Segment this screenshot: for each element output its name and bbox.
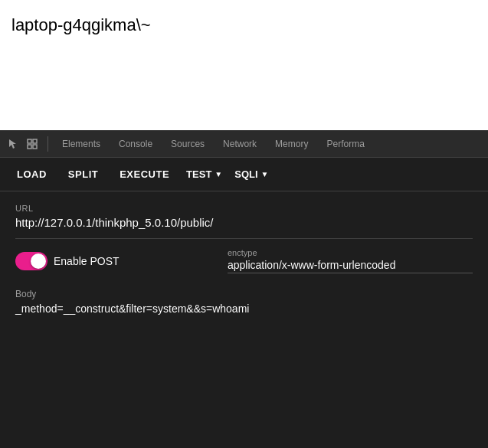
divider-1 (15, 238, 473, 239)
body-section: Body _method=__construct&filter=system&&… (15, 289, 473, 315)
body-value[interactable]: _method=__construct&filter=system&&s=who… (15, 302, 473, 315)
svg-rect-2 (28, 145, 31, 149)
tab-network[interactable]: Network (214, 130, 266, 158)
devtools-panel: Elements Console Sources Network Memory … (0, 130, 488, 448)
svg-rect-1 (33, 139, 37, 143)
tab-console[interactable]: Console (110, 130, 162, 158)
tab-sources[interactable]: Sources (162, 130, 214, 158)
sqli-button[interactable]: SQLI ▼ (234, 168, 268, 180)
svg-rect-0 (28, 139, 31, 143)
tab-elements[interactable]: Elements (53, 130, 110, 158)
cursor-icon[interactable] (6, 136, 21, 152)
sqli-arrow-icon: ▼ (261, 170, 269, 178)
test-label: TEST (186, 168, 211, 180)
enctype-value[interactable]: application/x-www-form-urlencoded (228, 259, 473, 273)
sqli-label: SQLI (234, 168, 257, 180)
toggle-area: Enable POST (15, 252, 120, 270)
enctype-label: enctype (228, 248, 257, 257)
toggle-knob (31, 253, 46, 269)
split-button[interactable]: SPLIT (64, 165, 103, 183)
load-button[interactable]: LOAD (12, 165, 51, 183)
devtools-toolbar: Elements Console Sources Network Memory … (0, 130, 488, 158)
enctype-area: enctype application/x-www-form-urlencode… (228, 248, 473, 273)
browser-text: laptop-g4qgikma\~ (11, 15, 151, 35)
enable-post-toggle-container: Enable POST (15, 252, 120, 270)
box-icon[interactable] (25, 136, 40, 152)
enable-post-label: Enable POST (54, 255, 120, 267)
toolbar-separator (47, 136, 48, 152)
plugin-toolbar: LOAD SPLIT EXECUTE TEST ▼ SQLI ▼ (0, 158, 488, 191)
test-arrow-icon: ▼ (215, 170, 222, 178)
svg-rect-3 (33, 145, 37, 149)
test-button[interactable]: TEST ▼ (186, 168, 222, 180)
execute-button[interactable]: EXECUTE (115, 165, 174, 183)
url-label: URL (15, 204, 473, 213)
browser-content: laptop-g4qgikma\~ (0, 0, 488, 130)
tab-memory[interactable]: Memory (266, 130, 317, 158)
url-value[interactable]: http://127.0.0.1/thinkphp_5.0.10/public/ (15, 216, 473, 229)
body-label: Body (15, 289, 473, 299)
post-row: Enable POST enctype application/x-www-fo… (15, 248, 473, 273)
plugin-content: URL http://127.0.0.1/thinkphp_5.0.10/pub… (0, 191, 488, 448)
tab-performance[interactable]: Performa (317, 130, 373, 158)
enable-post-toggle[interactable] (15, 252, 47, 270)
